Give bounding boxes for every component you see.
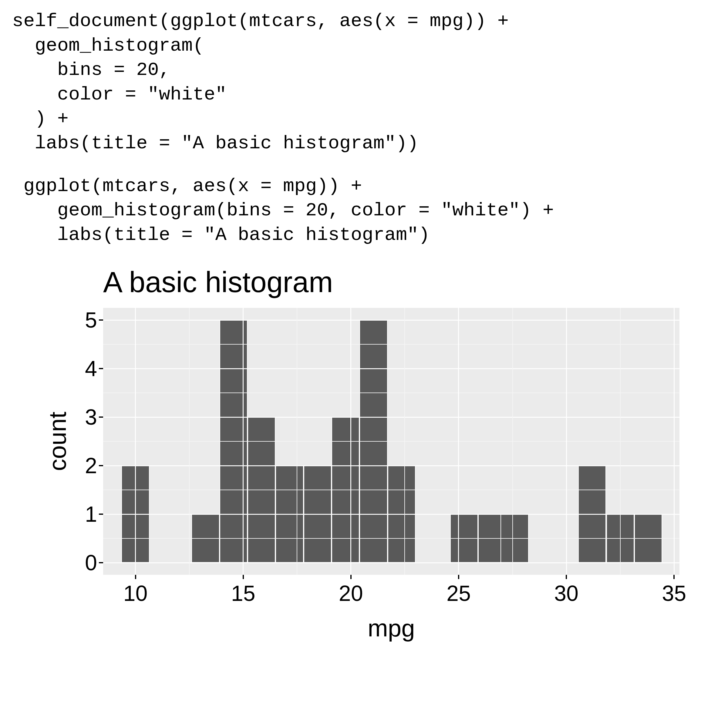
x-axis-label: mpg (103, 614, 679, 642)
y-tick-label: 4 (85, 356, 97, 381)
y-tick-label: 2 (85, 453, 97, 478)
x-tick-label: 20 (339, 581, 363, 606)
x-tick-label: 30 (554, 581, 578, 606)
x-tick-label: 25 (447, 581, 471, 606)
x-tick-label: 10 (123, 581, 147, 606)
y-axis-ticks: 012345 (70, 308, 103, 575)
x-tick-label: 15 (231, 581, 255, 606)
x-axis-ticks: 101520253035 (103, 575, 679, 611)
y-tick-label: 1 (85, 502, 97, 526)
code-block-1: self_document(ggplot(mtcars, aes(x = mpg… (12, 9, 716, 156)
histogram-chart: A basic histogram count 012345 101520253… (46, 265, 682, 642)
y-axis-label: count (44, 411, 72, 471)
y-tick-label: 0 (85, 550, 97, 575)
code-block-2: ggplot(mtcars, aes(x = mpg)) + geom_hist… (12, 174, 716, 248)
y-tick-label: 3 (85, 405, 97, 430)
y-tick-label: 5 (85, 307, 97, 332)
x-tick-label: 35 (662, 581, 686, 606)
plot-panel (103, 308, 679, 575)
chart-title: A basic histogram (103, 265, 682, 299)
